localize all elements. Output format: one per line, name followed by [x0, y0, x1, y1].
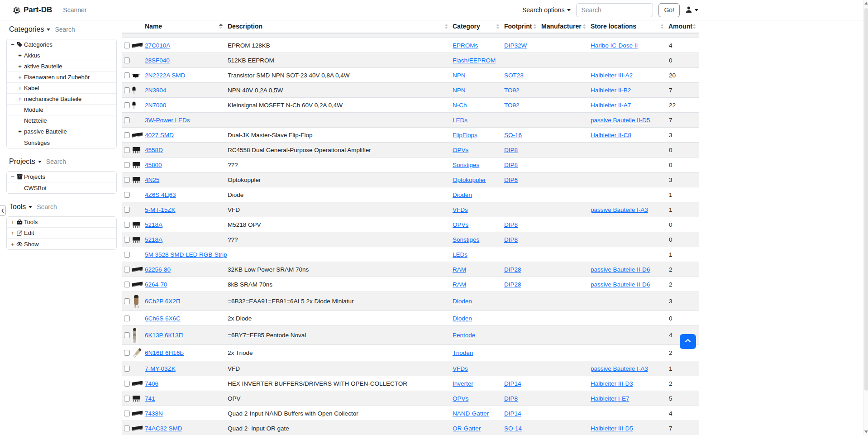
category-link[interactable]: RAM: [453, 266, 466, 273]
part-name-link[interactable]: 6N16B 6Н16Б: [145, 349, 184, 356]
category-link[interactable]: Sonstiges: [453, 162, 479, 168]
footprint-link[interactable]: DIP6: [504, 177, 518, 183]
footprint-link[interactable]: DIP28: [504, 266, 521, 273]
part-thumbnail[interactable]: [131, 262, 144, 277]
category-link[interactable]: VFDs: [453, 206, 468, 213]
part-thumbnail[interactable]: [131, 38, 144, 53]
row-select-checkbox[interactable]: [124, 87, 130, 93]
part-thumbnail[interactable]: [131, 326, 144, 344]
category-link[interactable]: NAND-Gatter: [453, 410, 489, 417]
part-name-link[interactable]: 2N7000: [145, 102, 166, 109]
tree-item-edit[interactable]: +Edit: [7, 228, 116, 239]
category-link[interactable]: Trioden: [453, 349, 473, 356]
row-select-checkbox[interactable]: [124, 315, 130, 321]
tree-expander[interactable]: −: [10, 41, 16, 48]
sort-icon[interactable]: [692, 24, 696, 29]
tree-item-aktive-bauteile[interactable]: +aktive Bauteile: [7, 61, 116, 72]
tree-expander[interactable]: +: [17, 128, 23, 135]
search-options-dropdown[interactable]: Search options: [522, 6, 571, 14]
store-location-link[interactable]: Halbleiter II-A7: [591, 102, 631, 109]
part-thumbnail[interactable]: [131, 68, 144, 82]
part-thumbnail[interactable]: [131, 232, 144, 247]
tree-expander[interactable]: +: [17, 74, 23, 81]
sort-icon[interactable]: [219, 24, 223, 29]
part-name-link[interactable]: 741: [145, 395, 155, 402]
category-link[interactable]: EPROMs: [453, 42, 478, 49]
footprint-link[interactable]: DIP8: [504, 221, 518, 228]
store-location-link[interactable]: Haribo IC-Dose II: [591, 42, 638, 49]
tree-expander[interactable]: −: [10, 173, 16, 180]
part-name-link[interactable]: 2N2222A SMD: [145, 72, 185, 79]
sort-icon[interactable]: [533, 24, 537, 29]
scroll-to-top-button[interactable]: [680, 334, 696, 349]
sidebar-collapse-handle[interactable]: ❮: [0, 205, 6, 216]
part-name-link[interactable]: 6Ch2P 6Х2П: [145, 298, 181, 305]
scrollbar-down-arrow[interactable]: [864, 430, 868, 433]
row-select-checkbox[interactable]: [124, 207, 130, 213]
projects-dropdown-toggle[interactable]: Projects: [9, 158, 42, 166]
footprint-link[interactable]: TO92: [504, 102, 520, 109]
tools-dropdown-toggle[interactable]: Tools: [9, 203, 32, 211]
category-link[interactable]: Pentode: [453, 332, 475, 339]
vertical-scrollbar[interactable]: [863, 0, 868, 435]
column-header-amount[interactable]: Amount: [668, 20, 699, 33]
part-thumbnail[interactable]: [131, 128, 144, 142]
footprint-link[interactable]: DIP8: [504, 236, 518, 243]
part-name-link[interactable]: 5M 3528 SMD LED RGB-Strip: [145, 251, 227, 258]
tree-item-show[interactable]: +Show: [7, 239, 116, 249]
row-select-checkbox[interactable]: [124, 147, 130, 153]
tree-item-passive-bauteile[interactable]: +passive Bauteile: [7, 126, 116, 137]
part-thumbnail[interactable]: [131, 406, 144, 421]
search-input[interactable]: [576, 3, 653, 17]
part-name-link[interactable]: 28SF040: [145, 57, 170, 64]
part-name-link[interactable]: 5218A: [145, 236, 162, 243]
tree-item-module[interactable]: Module: [7, 105, 116, 115]
user-menu-dropdown[interactable]: [685, 6, 698, 14]
sort-icon[interactable]: [660, 24, 664, 29]
row-select-checkbox[interactable]: [124, 350, 130, 356]
row-select-checkbox[interactable]: [124, 366, 130, 372]
tree-item-categories[interactable]: −Categories: [7, 39, 116, 50]
tree-expander[interactable]: +: [10, 219, 16, 225]
part-thumbnail[interactable]: [131, 277, 144, 292]
category-link[interactable]: NPN: [453, 72, 466, 79]
row-select-checkbox[interactable]: [124, 252, 130, 258]
part-name-link[interactable]: 4558D: [145, 147, 163, 153]
footprint-link[interactable]: SO-16: [504, 132, 522, 139]
tree-item-projects[interactable]: −Projects: [7, 172, 116, 182]
store-location-link[interactable]: Halbleiter III-D3: [591, 380, 633, 387]
category-link[interactable]: OPVs: [453, 395, 468, 402]
tree-expander[interactable]: +: [10, 241, 16, 248]
part-name-link[interactable]: 5-MT-15ZK: [145, 206, 176, 213]
part-name-link[interactable]: 45800: [145, 162, 162, 168]
row-select-checkbox[interactable]: [124, 43, 130, 48]
search-go-button[interactable]: Go!: [658, 3, 680, 17]
row-select-checkbox[interactable]: [124, 332, 130, 338]
part-thumbnail[interactable]: [131, 172, 144, 187]
category-link[interactable]: Dioden: [453, 298, 472, 305]
scrollbar-up-arrow[interactable]: [864, 2, 868, 5]
sort-icon[interactable]: [582, 24, 586, 29]
tree-item-kabel[interactable]: +Kabel: [7, 83, 116, 94]
part-thumbnail[interactable]: [131, 292, 144, 311]
tree-item-sonstiges[interactable]: Sonstiges: [7, 137, 116, 148]
part-thumbnail[interactable]: [131, 421, 144, 435]
sort-icon[interactable]: [496, 24, 500, 29]
part-name-link[interactable]: 74AC32 SMD: [145, 425, 182, 432]
row-select-checkbox[interactable]: [124, 192, 130, 198]
tree-item-tools[interactable]: +Tools: [7, 217, 116, 228]
footprint-link[interactable]: TO92: [504, 87, 520, 94]
part-thumbnail[interactable]: [131, 143, 144, 157]
category-link[interactable]: FlipFlops: [453, 132, 477, 139]
row-select-checkbox[interactable]: [124, 162, 130, 168]
tree-expander[interactable]: +: [17, 52, 23, 59]
column-header-name[interactable]: Name: [145, 20, 228, 33]
column-header-manufacturer[interactable]: Manufacturer: [541, 20, 591, 33]
category-link[interactable]: LEDs: [453, 117, 467, 124]
store-location-link[interactable]: passive Bauteile I-A3: [591, 206, 648, 213]
part-name-link[interactable]: 4Z6S 4Ц63: [145, 191, 176, 198]
category-link[interactable]: OPVs: [453, 147, 468, 153]
store-location-link[interactable]: passive Bauteile II-D6: [591, 281, 650, 288]
category-link[interactable]: LEDs: [453, 251, 467, 258]
tree-expander[interactable]: +: [17, 96, 23, 102]
